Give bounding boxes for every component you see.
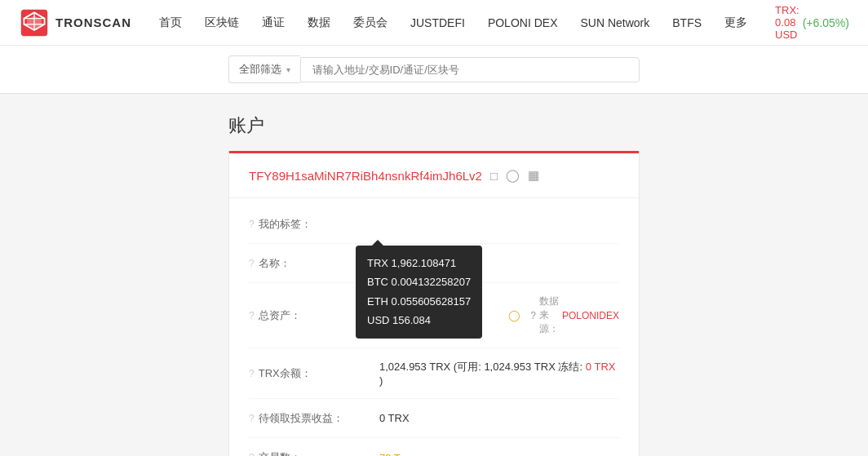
fields-area: TRX 1,962.108471 BTC 0.004132258207 ETH … [229, 198, 639, 456]
nav-tokens[interactable]: 通证 [260, 1, 286, 45]
nav-btfs[interactable]: BTFS [671, 2, 703, 44]
nav-sunnetwork[interactable]: SUN Network [578, 2, 651, 44]
nav-polonidex[interactable]: POLONI DEX [486, 2, 560, 44]
trx-change: (+6.05%) [803, 16, 849, 29]
tooltip-line-usd: USD 156.084 [367, 311, 471, 330]
help-icon-datasource[interactable]: ? [530, 310, 536, 321]
field-trx-balance: ? TRX余额： 1,024.953 TRX (可用: 1,024.953 TR… [249, 348, 619, 399]
field-value-trx-balance: 1,024.953 TRX (可用: 1,024.953 TRX 冻结: 0 T… [379, 360, 619, 387]
copy-icon[interactable]: □ [490, 169, 498, 183]
help-icon-pending-vote[interactable]: ? [249, 413, 255, 424]
trx-price: TRX: 0.08 USD [775, 4, 799, 41]
chevron-down-icon: ▾ [286, 65, 290, 74]
data-source: ? 数据来源： POLONIDEX [530, 294, 619, 336]
nav-committee[interactable]: 委员会 [352, 1, 389, 45]
nav-more[interactable]: 更多 [723, 1, 749, 45]
share-icon[interactable]: ◯ [506, 168, 520, 183]
main-content: 账户 TFY89H1saMiNR7RiBh4nsnkRf4imJh6Lv2 □ … [0, 94, 868, 456]
nav-blockchain[interactable]: 区块链 [203, 1, 241, 45]
nav-data[interactable]: 数据 [306, 1, 332, 45]
filter-label: 全部筛选 [239, 62, 281, 77]
help-icon-trx-balance[interactable]: ? [249, 368, 255, 379]
timer-icon[interactable]: ◯ [508, 309, 520, 321]
logo-text: TRONSCAN [55, 15, 131, 29]
logo-icon [20, 8, 49, 38]
field-label-my-tag: ? 我的标签： [249, 217, 379, 232]
main-nav: 首页 区块链 通证 数据 委员会 JUSTDEFI POLONI DEX SUN… [157, 1, 749, 45]
tooltip-container: TRX 1,962.108471 BTC 0.004132258207 ETH … [356, 246, 482, 339]
field-my-tag: ? 我的标签： [249, 205, 619, 244]
tooltip-line-eth: ETH 0.055605628157 [367, 292, 471, 311]
field-label-tx-count: ? 交易数： [249, 450, 379, 456]
help-icon-my-tag[interactable]: ? [249, 219, 255, 230]
logo: TRONSCAN [20, 8, 131, 38]
help-icon-total-assets[interactable]: ? [249, 310, 255, 321]
account-address[interactable]: TFY89H1saMiNR7RiBh4nsnkRf4imJh6Lv2 [249, 169, 482, 183]
help-icon-name[interactable]: ? [249, 258, 255, 269]
field-label-trx-balance: ? TRX余额： [249, 366, 379, 381]
page-title: 账户 [228, 113, 640, 138]
field-pending-vote: ? 待领取投票收益： 0 TRX [249, 399, 619, 438]
filter-dropdown[interactable]: 全部筛选 ▾ [228, 55, 300, 83]
search-bar: 全部筛选 ▾ [0, 46, 868, 94]
tooltip-line-trx: TRX 1,962.108471 [367, 254, 471, 272]
address-row: TFY89H1saMiNR7RiBh4nsnkRf4imJh6Lv2 □ ◯ ▦ [229, 153, 639, 198]
account-card: TFY89H1saMiNR7RiBh4nsnkRf4imJh6Lv2 □ ◯ ▦… [228, 151, 640, 456]
nav-justdefi[interactable]: JUSTDEFI [409, 2, 467, 44]
nav-home[interactable]: 首页 [157, 1, 184, 45]
tooltip: TRX 1,962.108471 BTC 0.004132258207 ETH … [356, 246, 482, 339]
field-value-tx-count: 73 Txns [379, 452, 619, 457]
qr-icon[interactable]: ▦ [528, 168, 539, 183]
field-tx-count: ? 交易数： 73 Txns [249, 438, 619, 456]
field-label-pending-vote: ? 待领取投票收益： [249, 411, 379, 426]
header: TRONSCAN 首页 区块链 通证 数据 委员会 JUSTDEFI POLON… [0, 0, 868, 46]
frozen-value: 0 TRX [586, 361, 616, 373]
field-value-pending-vote: 0 TRX [379, 412, 619, 424]
tooltip-line-btc: BTC 0.004132258207 [367, 272, 471, 291]
datasource-link[interactable]: POLONIDEX [562, 310, 619, 321]
help-icon-tx-count[interactable]: ? [249, 452, 255, 456]
search-input[interactable] [300, 57, 640, 82]
